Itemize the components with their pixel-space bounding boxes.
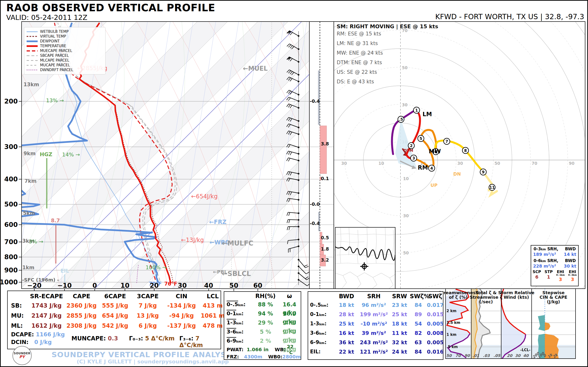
panel-title: Total ζ &: [476, 290, 497, 295]
omega-panel: 3.80.10.51.83.2-0.4-0.0-0.4: [309, 22, 334, 289]
panel-x-tick: 30: [515, 353, 521, 358]
legend-swatch: [27, 70, 38, 70]
thermo-header: SR-ECAPE: [28, 292, 65, 301]
svg-text:11: 11: [489, 185, 495, 190]
annotation-mulfc: ←MULFC: [222, 239, 253, 247]
annotation-eil: EIL: [61, 268, 69, 274]
storm-motion-line: LM: NE @ 31 kts: [337, 41, 438, 46]
rh-value: 94 %: [253, 309, 277, 319]
kinematics-value: 121 m²/s²: [358, 347, 389, 357]
pressure-tick-label: 300: [4, 143, 18, 150]
thermo-value: 2360 J/kg: [65, 301, 98, 311]
omega-bar-label: 0.5: [321, 235, 329, 240]
storm-motion-main: SM: RIGHT MOVING | ESE @ 15 kts: [337, 24, 438, 29]
thermo-value: 478 m: [199, 321, 226, 331]
frz-value: 4300m: [244, 354, 268, 359]
page-title: RAOB OBSERVED VERTICAL PROFILE: [6, 2, 215, 14]
kinematics-value: 18 kt: [389, 319, 410, 328]
panel-title: (/sec): [479, 299, 493, 304]
sounderpy-analysis-image: 13km9km7km5km3km1km-SFC (196m) -←2855J/k…: [0, 0, 588, 367]
kinematics-value: 25 kt: [335, 319, 358, 328]
omega-bar-label: 0.1: [321, 176, 329, 181]
height-label: 9km: [24, 151, 35, 156]
temp-tick-label: 30: [178, 282, 187, 289]
kinematics-table: BWDSRHSRWSWζ%SWζ 0-.5km:18 kt96 m²/s²23 …: [308, 291, 443, 360]
km-axis-label: 1.5 km: [447, 321, 460, 325]
annotation-hgz: HGZ: [40, 151, 52, 157]
panel-x-tick: .05: [493, 353, 501, 358]
svg-text:8: 8: [464, 148, 467, 153]
temp-tick-label: −20: [27, 282, 42, 289]
svg-text:5: 5: [419, 136, 422, 141]
pressure-tick-label: 500: [4, 200, 18, 208]
height-label: 5km: [23, 210, 35, 216]
rh-value: 29 %: [253, 319, 277, 328]
svg-text:7: 7: [445, 139, 448, 144]
kinematics-value: 82: [410, 328, 427, 338]
rh-value: 2 %: [253, 337, 277, 346]
hodo-height-marker: 9: [480, 169, 486, 175]
hodo-ring-label: 30: [403, 213, 409, 218]
pressure-tick-label: 200: [4, 98, 18, 105]
annotation-rh14: 14% →: [62, 152, 80, 158]
kinematics-value: 39 m²/s²: [358, 328, 389, 338]
wb-value: 22 °C: [287, 344, 301, 355]
omega-left-label: -0.0: [310, 201, 320, 207]
storm-motion-block: SM: RIGHT MOVING | ESE @ 15 kts RM: ESE …: [337, 24, 438, 88]
panel-title: Wind (kts): [504, 295, 529, 300]
wb0-value: 2800m: [282, 354, 301, 359]
temp-tick-label: 40: [204, 282, 213, 289]
panel-title: Streamwise ζ: [470, 295, 502, 300]
hodo-ring-label: 30: [457, 161, 463, 166]
kinematics-header: SWζ: [427, 292, 444, 300]
annotation-rh100: 100% →: [146, 265, 167, 270]
dcin-value: 0 J/kg: [34, 339, 52, 345]
rh-row: 0-1km: 94 % 16.0 g/kg: [227, 309, 301, 319]
muncape-value: 0.3: [108, 335, 118, 342]
kinematics-header: SRW: [389, 292, 410, 300]
kinematics-value: 89: [410, 310, 427, 319]
hodo-ring-label: 10: [378, 161, 384, 166]
lapse-0-3-value: 5 Δ°C/km: [145, 335, 174, 342]
thermo-value: 1612 J/kg: [28, 321, 65, 331]
omega-bar-label: 3.2: [321, 257, 329, 263]
thermo-row: ML:1612 J/kg2308 J/kg542 J/kg6 J/kg-137 …: [11, 321, 221, 331]
kinematics-value: 32 kt: [389, 338, 410, 347]
kinematics-value: 0.016: [427, 347, 444, 357]
panel-x-tick: .03: [483, 353, 490, 358]
hodo-label-dn: DN: [453, 171, 461, 176]
annotation-lapse: 8.7: [51, 218, 60, 224]
thermo-value: 13 J/kg: [132, 311, 164, 321]
legend-item: MUCAPE PARCEL: [27, 63, 103, 67]
omega-bar-label: 1.8: [321, 246, 329, 251]
kinematics-value: 84: [410, 300, 427, 310]
omega-bar-label: 3.8: [321, 141, 329, 146]
svg-text:4: 4: [430, 166, 433, 171]
omega-value: 16.0 g/kg: [277, 309, 302, 319]
panel-title: of ζ (%): [449, 295, 468, 300]
thermo-value: 2855 J/kg: [65, 311, 98, 321]
hodo-height-marker: 11: [489, 184, 495, 191]
legend-swatch: [27, 45, 38, 47]
height-label: 1km: [22, 265, 34, 270]
temp-tick-label: −10: [57, 282, 72, 289]
legend-swatch: [27, 55, 38, 56]
kinematics-value: 0.005: [427, 319, 444, 328]
kinematics-header: SRH: [358, 292, 389, 300]
thermo-value: 1061 m: [199, 311, 226, 321]
map-inset: [335, 227, 395, 289]
legend-swatch: [27, 36, 38, 37]
height-label: 7km: [25, 178, 36, 184]
hodo-height-marker: 5: [418, 135, 424, 142]
omega-positive-bar: [320, 126, 327, 174]
thermo-header: 6CAPE: [98, 292, 132, 301]
lcl-marker-label: -LCL-: [520, 348, 530, 352]
legend-swatch: [27, 65, 38, 66]
legend-item: DEWPOINT: [27, 39, 103, 44]
kinematics-value: 28 kt: [335, 310, 358, 319]
dcape-value: 1166 J/kg: [36, 331, 65, 338]
pressure-tick-label: 800: [4, 253, 18, 261]
legend-item: WETBULB TEMP: [27, 29, 103, 34]
legend-item: TEMPERATURE: [27, 44, 103, 48]
panel-x-tick: 50: [446, 353, 452, 358]
